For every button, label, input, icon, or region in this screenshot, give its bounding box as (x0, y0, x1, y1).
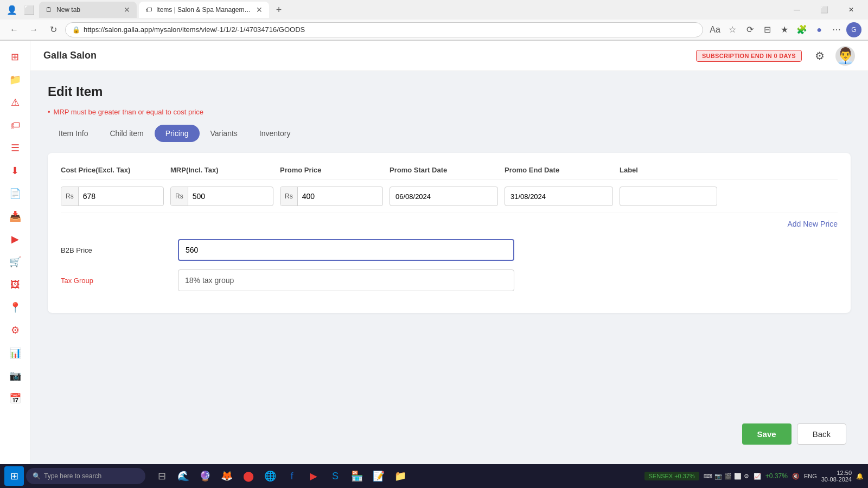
label-input[interactable] (620, 187, 717, 206)
sidebar-icon-download2[interactable]: 📥 (5, 207, 25, 226)
b2b-price-input[interactable] (178, 239, 514, 261)
taskbar-youtube[interactable]: ▶ (304, 466, 323, 486)
back-nav-button[interactable]: ← (7, 22, 22, 37)
volume-icon[interactable]: 🔇 (792, 473, 800, 480)
start-button[interactable]: ⊞ (4, 466, 24, 486)
sidebar-icon-download[interactable]: ⬇ (5, 161, 25, 181)
maximize-button[interactable]: ⬜ (812, 2, 837, 17)
copilot-icon[interactable]: ● (812, 22, 827, 37)
collections-icon[interactable]: ★ (777, 22, 792, 37)
tab-item-info[interactable]: Item Info (48, 125, 99, 142)
window-icon[interactable]: ⬜ (734, 473, 742, 480)
refresh-button[interactable]: ↻ (46, 22, 61, 37)
taskbar-chrome[interactable]: 🌐 (260, 466, 280, 486)
tab-inventory[interactable]: Inventory (248, 125, 302, 142)
settings-taskbar-icon[interactable]: ⚙ (744, 473, 749, 480)
sidebar-icon-settings[interactable]: ⚙ (5, 320, 25, 340)
forward-nav-button[interactable]: → (26, 22, 41, 37)
sidebar-icon-cart[interactable]: 🛒 (5, 252, 25, 272)
taskbar-right: SENSEX +0.37% ⌨ 📷 🎬 ⬜ ⚙ 📈 +0.37% 🔇 ENG 1… (644, 470, 864, 483)
salon-name: Galla Salon (43, 50, 690, 61)
pricing-card: Cost Price(Excl. Tax) MRP(Incl. Tax) Pro… (48, 153, 851, 313)
sidebar-icon-image[interactable]: 🖼 (5, 275, 25, 294)
sidebar-icon-play[interactable]: ▶ (5, 229, 25, 249)
taskbar-msn[interactable]: 🔮 (195, 466, 215, 486)
browser-tab-2[interactable]: 🏷 Items | Salon & Spa Management ✕ (139, 2, 269, 18)
mrp-input[interactable] (188, 192, 273, 201)
sidebar-icon-alert[interactable]: ⚠ (5, 93, 25, 112)
taskbar-task-view[interactable]: ⊟ (152, 466, 171, 486)
browser-toolbar-icons: Aa ☆ ⟳ ⊟ ★ 🧩 ● ⋯ G (707, 22, 861, 37)
address-bar[interactable]: 🔒 https://salon.galla.app/mysalon/items/… (65, 22, 703, 37)
sidebar-icon-calendar[interactable]: 📅 (5, 389, 25, 408)
save-button[interactable]: Save (742, 423, 792, 445)
tab-variants[interactable]: Variants (200, 125, 248, 142)
sidebar-icon-report[interactable]: 📊 (5, 343, 25, 363)
read-mode-icon[interactable]: Aa (707, 22, 723, 37)
screen-record-icon[interactable]: 🎬 (724, 473, 732, 480)
taskbar-app1[interactable]: ⬤ (239, 466, 258, 486)
col-promo-start: Promo Start Date (390, 166, 498, 174)
tab-child-item[interactable]: Child item (99, 125, 154, 142)
sidebar-icon-document[interactable]: 📄 (5, 184, 25, 203)
app-wrapper: ⊞ 📁 ⚠ 🏷 ☰ ⬇ 📄 📥 ▶ 🛒 🖼 📍 ⚙ 📊 📷 📅 Galla Sa… (0, 41, 868, 488)
screenshot-icon[interactable]: 📷 (714, 473, 722, 480)
browser-tab-1[interactable]: 🗒 New tab ✕ (39, 2, 137, 18)
user-avatar[interactable]: 👨‍💼 (835, 46, 855, 66)
sidebar-icon-camera[interactable]: 📷 (5, 366, 25, 386)
taskbar-firefox[interactable]: 🦊 (217, 466, 237, 486)
col-cost-price: Cost Price(Excl. Tax) (61, 166, 164, 174)
taskbar-explorer[interactable]: 📁 (391, 466, 410, 486)
taskbar-skype[interactable]: S (326, 466, 345, 486)
add-new-price-container: Add New Price (61, 220, 838, 228)
sidebar-icon-dashboard[interactable]: ⊞ (5, 47, 25, 67)
tax-group-value: 18% tax group (185, 276, 234, 285)
sensex-text: SENSEX +0.37% (649, 473, 695, 479)
promo-start-date-input[interactable] (390, 187, 498, 206)
tab1-close-icon[interactable]: ✕ (124, 5, 130, 14)
close-window-button[interactable]: ✕ (839, 2, 864, 17)
settings-gear-icon[interactable]: ⚙ (815, 49, 825, 62)
pricing-table-row: Rs Rs Rs (61, 187, 838, 213)
more-options-icon[interactable]: ⋯ (829, 22, 844, 37)
tab1-title: New tab (56, 6, 120, 14)
stock-chart-icon[interactable]: 📈 (754, 473, 761, 480)
taskbar-store[interactable]: 🏪 (347, 466, 367, 486)
date-display: 30-08-2024 (821, 476, 852, 483)
new-tab-button[interactable]: + (271, 2, 286, 17)
profile-avatar-icon[interactable]: G (846, 22, 861, 37)
translate-icon[interactable]: ⟳ (742, 22, 757, 37)
taskbar-notes[interactable]: 📝 (369, 466, 388, 486)
sidebar-icon-folder[interactable]: 📁 (5, 70, 25, 89)
add-new-price-link[interactable]: Add New Price (787, 220, 838, 228)
tab2-close-icon[interactable]: ✕ (256, 5, 263, 14)
extensions-icon[interactable]: ⬜ (22, 2, 37, 17)
profile-icon[interactable]: 👤 (4, 2, 20, 17)
taskbar-edge[interactable]: 🌊 (174, 466, 193, 486)
notification-icon[interactable]: 🔔 (856, 473, 864, 480)
sidebar-icon-tag[interactable]: 🏷 (5, 115, 25, 135)
error-text: MRP must be greater than or equal to cos… (54, 108, 204, 116)
taskbar-facebook[interactable]: f (282, 466, 302, 486)
sidebar-icon-menu[interactable]: ☰ (5, 138, 25, 158)
cost-price-input[interactable] (79, 192, 164, 201)
search-icon: 🔍 (33, 472, 41, 480)
promo-end-date-input[interactable] (505, 187, 613, 206)
split-view-icon[interactable]: ⊟ (760, 22, 775, 37)
minimize-button[interactable]: — (784, 2, 809, 17)
mrp-wrapper: Rs (170, 187, 273, 206)
tab-pricing[interactable]: Pricing (155, 125, 200, 142)
promo-price-currency: Rs (280, 187, 298, 206)
extensions-toolbar-icon[interactable]: 🧩 (794, 22, 809, 37)
tax-group-select[interactable]: 18% tax group (178, 269, 514, 291)
favorite-icon[interactable]: ☆ (725, 22, 740, 37)
keyboard-icon[interactable]: ⌨ (704, 473, 712, 480)
back-button[interactable]: Back (797, 423, 846, 445)
pricing-table-header: Cost Price(Excl. Tax) MRP(Incl. Tax) Pro… (61, 166, 838, 180)
sidebar-icon-location[interactable]: 📍 (5, 298, 25, 317)
top-header: Galla Salon SUBSCRIPTION END IN 0 DAYS ⚙… (30, 41, 868, 71)
tax-group-row: Tax Group 18% tax group (61, 269, 838, 291)
promo-price-input[interactable] (298, 192, 383, 201)
language-indicator: ENG (804, 473, 817, 479)
taskbar-search[interactable]: 🔍 Type here to search (26, 468, 145, 484)
